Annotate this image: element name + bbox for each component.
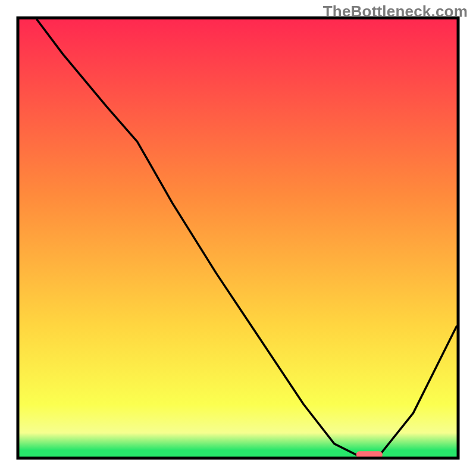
watermark-text: TheBottleneck.com <box>323 2 468 21</box>
bottleneck-chart <box>0 0 476 476</box>
plot-background <box>19 19 457 457</box>
